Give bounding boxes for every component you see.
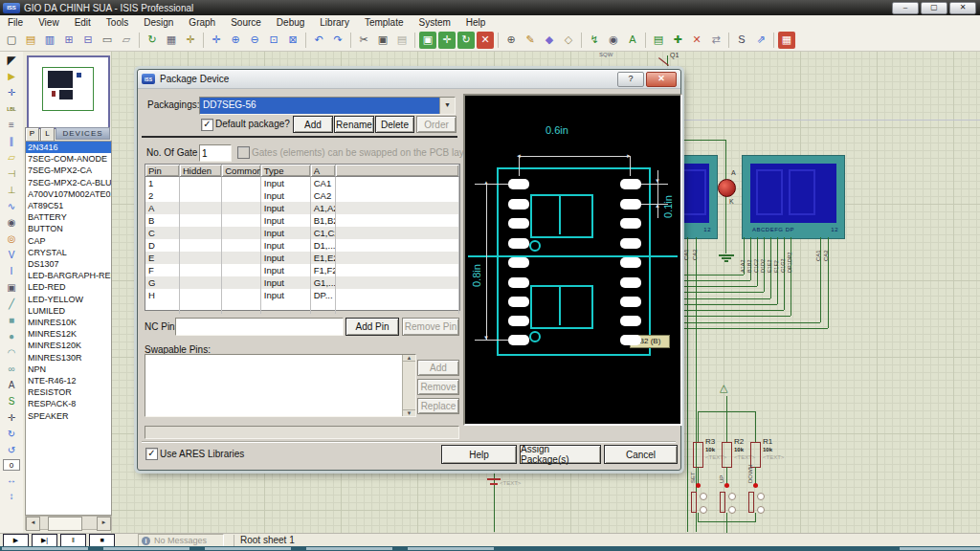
table-row[interactable]: FInputF1,F2 (145, 264, 459, 276)
no-of-gate-input[interactable] (199, 144, 232, 162)
device-item[interactable]: LED-BARGRAPH-RED (26, 270, 111, 281)
step-button[interactable]: ▶| (32, 534, 57, 547)
origin-icon[interactable]: ✛ (182, 32, 199, 49)
new-sheet-icon[interactable]: ✚ (669, 32, 686, 49)
packagings-combobox[interactable]: DD7SEG-56 ▼ (199, 97, 456, 115)
virtual-instruments-icon[interactable]: ▣ (2, 280, 21, 295)
text-script-icon[interactable]: ≡ (2, 118, 21, 132)
pan-icon[interactable]: ✛ (208, 32, 225, 49)
table-row[interactable]: BInputB1,B2 (145, 214, 459, 227)
voltage-probe-icon[interactable]: V (2, 248, 21, 262)
attach-icon[interactable]: ⇗ (752, 32, 769, 49)
bus-icon[interactable]: ∥ (2, 134, 21, 148)
2d-line-icon[interactable]: ╱ (2, 297, 21, 311)
device-item[interactable]: A700V107M002ATE028 (26, 188, 111, 200)
undo-icon[interactable]: ↶ (310, 32, 327, 49)
play-button[interactable]: ▶ (3, 534, 29, 547)
redo-icon[interactable]: ↷ (329, 32, 346, 49)
overview-window[interactable] (27, 55, 110, 129)
scroll-up-icon[interactable]: ▲ (403, 355, 415, 362)
menu-help[interactable]: Help (458, 17, 494, 28)
device-list[interactable]: 2N34167SEG-COM-ANODE7SEG-MPX2-CA7SEG-MPX… (25, 141, 112, 516)
tape-recorder-icon[interactable]: ◉ (2, 215, 21, 230)
rotate-clockwise-icon[interactable]: ↻ (2, 427, 21, 441)
taskbar-button[interactable] (306, 547, 392, 550)
library-button[interactable]: L (40, 127, 55, 142)
dialog-close-button[interactable]: ✕ (646, 72, 677, 87)
default-package-checkbox[interactable]: ✓ (201, 119, 213, 131)
device-item[interactable]: BUTTON (26, 223, 111, 234)
add-pin-button[interactable]: Add Pin (345, 318, 399, 336)
device-item[interactable]: RESPACK-8 (26, 398, 111, 409)
taskbar-button[interactable] (2, 547, 88, 550)
device-item[interactable]: 7SEG-MPX2-CA (26, 165, 111, 176)
zoom-area-icon[interactable]: ⊡ (265, 32, 282, 49)
netlist-to-ares-icon[interactable]: ▦ (778, 32, 795, 49)
stop-button[interactable]: ■ (89, 534, 115, 547)
delete-package-button[interactable]: Delete (375, 116, 414, 133)
selection-pointer-icon[interactable]: ◤ (2, 53, 21, 67)
dialog-title-bar[interactable]: ISS Package Device (138, 70, 680, 89)
swapable-pins-listbox[interactable]: ▲ ▼ (145, 354, 416, 417)
device-item[interactable]: CAP (26, 235, 111, 247)
decompose-icon[interactable]: ◇ (560, 32, 577, 49)
pick-devices-button[interactable]: P (25, 127, 39, 142)
menu-debug[interactable]: Debug (269, 17, 312, 28)
device-item[interactable]: CRYSTAL (26, 247, 111, 258)
open-file-icon[interactable]: ▤ (22, 32, 39, 49)
assign-packages-button[interactable]: Assign Package(s) (520, 445, 601, 464)
design-explorer-icon[interactable]: ▤ (650, 32, 667, 49)
scroll-left-button[interactable]: ◄ (26, 517, 40, 531)
device-pin-icon[interactable]: ⊥ (2, 183, 21, 197)
graph-mode-icon[interactable]: ∿ (2, 199, 21, 213)
mirror-horizontal-icon[interactable]: ↔ (2, 473, 21, 487)
table-row[interactable]: CInputC1,C2 (145, 227, 459, 239)
help-button[interactable]: Help (441, 445, 517, 464)
search-and-tag-icon[interactable]: ◉ (605, 32, 622, 49)
use-ares-checkbox[interactable]: ✓ (145, 448, 158, 460)
add-package-button[interactable]: Add (293, 116, 333, 133)
wire-label-icon[interactable]: LBL (2, 101, 21, 116)
rotate-anticlockwise-icon[interactable]: ↺ (2, 443, 21, 457)
device-item[interactable]: DS1307 (26, 258, 111, 270)
export-section-icon[interactable]: ⊟ (79, 32, 97, 49)
close-button[interactable]: ✕ (949, 2, 976, 14)
menu-system[interactable]: System (411, 17, 457, 28)
2d-text-icon[interactable]: A (2, 378, 21, 392)
block-copy-icon[interactable]: ▣ (419, 32, 436, 49)
table-row[interactable]: HInputDP... (145, 289, 459, 301)
device-item[interactable]: LED-RED (26, 281, 111, 293)
pick-parts-icon[interactable]: ⊕ (502, 32, 520, 49)
edit-script-icon[interactable]: S (733, 32, 750, 49)
menu-design[interactable]: Design (136, 17, 181, 28)
taskbar-button[interactable] (103, 547, 189, 550)
goto-sheet-icon[interactable]: ⇄ (707, 32, 724, 49)
pin-table[interactable]: PinHiddenCommonTypeA1InputCA12InputCA2AI… (145, 164, 460, 311)
zoom-in-icon[interactable]: ⊕ (227, 32, 244, 49)
menu-file[interactable]: File (0, 17, 31, 28)
current-probe-icon[interactable]: I (2, 264, 21, 278)
mark-print-area-icon[interactable]: ▱ (118, 32, 135, 49)
rename-package-button[interactable]: Rename (334, 116, 374, 133)
scroll-down-icon[interactable]: ▼ (403, 409, 415, 416)
device-item[interactable]: MINRES10K (26, 317, 111, 328)
2d-path-icon[interactable]: ∞ (2, 362, 21, 376)
paste-icon[interactable]: ▤ (393, 32, 411, 49)
table-row[interactable]: GInputG1,... (145, 276, 459, 289)
2d-box-icon[interactable]: ■ (2, 313, 21, 327)
print-icon[interactable]: ▭ (99, 32, 116, 49)
wire-autorouter-icon[interactable]: ↯ (586, 32, 603, 49)
menu-source[interactable]: Source (223, 17, 269, 28)
device-item[interactable]: BATTERY (26, 211, 111, 223)
table-row[interactable]: EInputE1,E2 (145, 252, 459, 264)
device-item[interactable]: NPN (26, 364, 111, 375)
nc-pins-input[interactable] (175, 318, 344, 336)
table-row[interactable]: 2InputCA2 (145, 189, 459, 202)
listbox-scrollbar[interactable]: ▲ ▼ (402, 355, 415, 416)
combobox-dropdown-arrow-icon[interactable]: ▼ (439, 98, 455, 114)
new-file-icon[interactable]: ▢ (3, 32, 20, 49)
component-mode-icon[interactable]: ▶ (2, 69, 21, 83)
2d-arc-icon[interactable]: ◠ (2, 345, 21, 360)
table-row[interactable]: 1InputCA1 (145, 177, 459, 189)
menu-edit[interactable]: Edit (67, 17, 99, 28)
